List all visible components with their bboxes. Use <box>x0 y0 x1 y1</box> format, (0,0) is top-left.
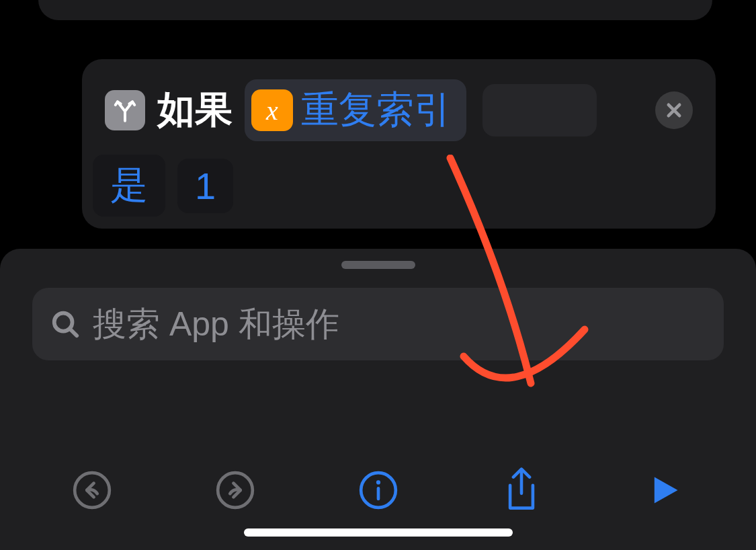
previous-action-card <box>38 0 712 20</box>
svg-line-1 <box>71 329 77 336</box>
search-icon <box>50 309 81 340</box>
svg-point-6 <box>376 480 380 484</box>
undo-icon <box>71 469 113 511</box>
share-button[interactable] <box>499 468 544 512</box>
share-icon <box>502 467 541 513</box>
condition-row: 是 1 <box>93 155 693 217</box>
condition-token[interactable]: 是 <box>93 155 165 217</box>
play-icon <box>647 473 682 508</box>
actions-drawer[interactable]: 搜索 App 和操作 <box>0 249 756 550</box>
home-indicator[interactable] <box>244 528 513 537</box>
search-placeholder: 搜索 App 和操作 <box>93 302 339 347</box>
value-token[interactable]: 1 <box>177 159 233 213</box>
redo-button[interactable] <box>213 468 257 512</box>
close-icon <box>665 101 683 120</box>
info-icon <box>358 469 399 511</box>
variable-name: 重复索引 <box>301 85 452 136</box>
redo-icon <box>214 469 256 511</box>
undo-button[interactable] <box>70 468 114 512</box>
drawer-grabber[interactable] <box>341 261 415 269</box>
delete-action-button[interactable] <box>655 91 693 129</box>
if-row: 如果 x 重复索引 <box>105 79 693 141</box>
variable-token[interactable]: x 重复索引 <box>245 79 466 141</box>
if-action-card[interactable]: 如果 x 重复索引 是 1 <box>82 59 716 229</box>
if-label: 如果 <box>157 85 233 136</box>
branch-icon <box>105 90 145 130</box>
run-button[interactable] <box>642 468 687 512</box>
bottom-toolbar <box>0 468 756 512</box>
variable-icon: x <box>251 89 293 131</box>
empty-parameter-slot[interactable] <box>482 84 597 136</box>
info-button[interactable] <box>356 468 401 512</box>
search-input[interactable]: 搜索 App 和操作 <box>32 288 724 360</box>
